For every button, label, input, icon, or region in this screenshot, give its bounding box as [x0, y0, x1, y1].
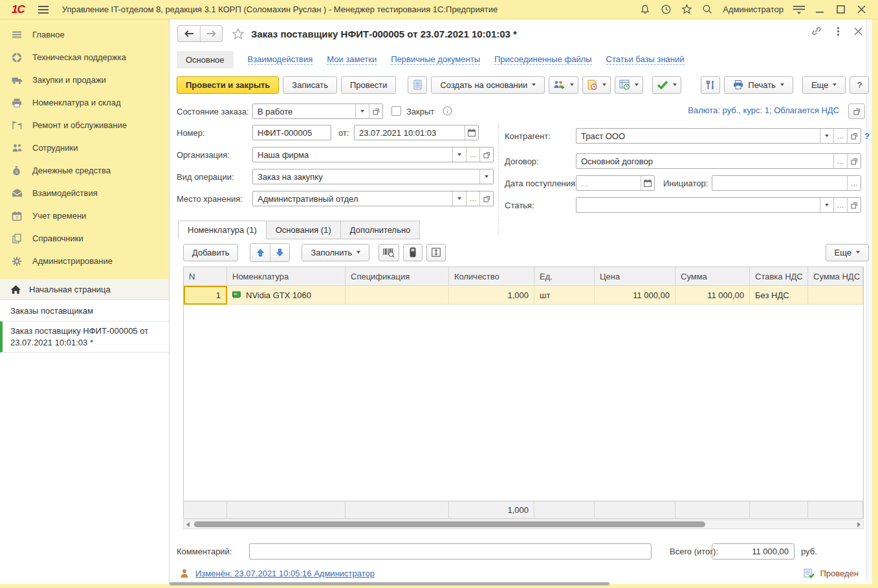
col-vat-sum[interactable]: Сумма НДС	[808, 267, 863, 286]
tab-main[interactable]: Основное	[177, 51, 234, 69]
open-button[interactable]	[479, 147, 493, 162]
close-document-icon[interactable]	[854, 27, 862, 36]
post-and-close-button[interactable]: Провести и закрыть	[177, 76, 279, 94]
current-user[interactable]: Администратор	[723, 5, 784, 14]
kebab-menu-icon[interactable]	[837, 27, 840, 36]
calendar-button[interactable]	[641, 176, 654, 190]
register-records-button[interactable]	[408, 76, 427, 94]
print-button[interactable]: Печать	[724, 76, 793, 94]
cell-n[interactable]: 1	[184, 286, 227, 305]
favorite-star-icon[interactable]	[232, 28, 245, 40]
sidebar-item-administration[interactable]: Администрирование	[0, 250, 169, 272]
cell-vat-rate[interactable]: Без НДС	[750, 286, 808, 305]
create-based-on-button[interactable]: Создать на основании	[431, 76, 545, 94]
tab-nomenclature[interactable]: Номенклатура (1)	[178, 221, 267, 239]
sidebar-item-money[interactable]: s Денежные средства	[0, 159, 169, 182]
storage-field[interactable]: Административный отдел …	[252, 191, 494, 206]
ellipsis-button[interactable]: …	[847, 176, 861, 190]
open-button[interactable]	[479, 191, 493, 206]
form-splitter[interactable]	[498, 123, 499, 234]
cell-price[interactable]: 11 000,00	[595, 286, 675, 305]
receipt-date-field[interactable]: . .	[576, 175, 655, 191]
col-n[interactable]: N	[184, 267, 227, 286]
open-button[interactable]	[847, 198, 861, 212]
add-row-button[interactable]: Добавить	[183, 244, 238, 261]
scroll-right-arrow[interactable]	[857, 522, 861, 527]
sidebar-item-time[interactable]: 7 Учет времени	[0, 204, 169, 227]
hamburger-icon[interactable]	[34, 1, 53, 18]
optype-field[interactable]: Заказ на закупку	[252, 169, 494, 184]
close-window-button[interactable]	[851, 1, 872, 18]
bell-icon[interactable]	[635, 1, 655, 18]
col-price[interactable]: Цена	[595, 267, 675, 286]
ellipsis-button[interactable]: …	[833, 198, 847, 212]
closed-checkbox[interactable]	[391, 106, 401, 116]
cell-vat-sum[interactable]	[808, 286, 863, 305]
ellipsis-button[interactable]: …	[833, 154, 847, 168]
history-icon[interactable]	[655, 1, 676, 18]
sidebar-item-references[interactable]: Справочники	[0, 227, 169, 250]
maximize-button[interactable]	[830, 1, 851, 18]
col-specification[interactable]: Спецификация	[346, 267, 449, 286]
tab-kb-articles[interactable]: Статьи базы знаний	[606, 54, 685, 65]
check-tasks-button[interactable]	[652, 76, 681, 94]
contractor-help-icon[interactable]: ?	[864, 128, 870, 144]
help-button[interactable]: ?	[850, 76, 869, 94]
ellipsis-button[interactable]: …	[466, 191, 479, 206]
planner-button[interactable]	[615, 76, 643, 94]
fill-button[interactable]: Заполнить	[302, 244, 369, 261]
open-button[interactable]	[847, 154, 861, 168]
scanner-button[interactable]	[403, 244, 423, 261]
star-icon[interactable]	[676, 1, 697, 18]
back-button[interactable]	[178, 26, 200, 41]
sidebar-item-employees[interactable]: Сотрудники	[0, 136, 169, 159]
minimize-button[interactable]	[809, 1, 830, 18]
dropdown-button[interactable]	[820, 129, 833, 143]
scroll-thumb[interactable]	[194, 521, 705, 527]
barcode-search-button[interactable]	[379, 244, 399, 261]
sidebar-item-interactions[interactable]: Взаимодействия	[0, 182, 169, 204]
org-field[interactable]: Наша фирма …	[252, 147, 494, 162]
tab-grounds[interactable]: Основания (1)	[266, 221, 341, 239]
sidebar-item-main[interactable]: Главное	[0, 23, 169, 46]
comment-input[interactable]	[249, 543, 652, 560]
col-nomenclature[interactable]: Номенклатура	[227, 267, 346, 286]
tab-notes[interactable]: Мои заметки	[327, 54, 377, 65]
cell-nomenclature[interactable]: NVidia GTX 1060	[227, 286, 346, 305]
dropdown-button[interactable]	[355, 104, 369, 118]
scroll-left-arrow[interactable]	[186, 522, 190, 527]
modified-link[interactable]: Изменён: 23.07.2021 10:05:16 Администрат…	[195, 569, 375, 578]
tools-button[interactable]	[701, 76, 720, 94]
total-field[interactable]: 11 000,00	[712, 543, 795, 560]
settings-menu-icon[interactable]	[789, 1, 809, 18]
reminder-button[interactable]	[582, 76, 611, 94]
initiator-field[interactable]: …	[712, 175, 861, 191]
calendar-button[interactable]	[465, 125, 478, 140]
grid-more-button[interactable]: Еще	[826, 244, 869, 261]
dropdown-button[interactable]	[452, 147, 466, 162]
ellipsis-button[interactable]: …	[466, 147, 479, 162]
article-field[interactable]: …	[576, 197, 861, 213]
currency-info-link[interactable]: Валюта: руб., курс: 1; Облагается НДС	[688, 105, 839, 115]
sidebar-home[interactable]: Начальная страница	[0, 279, 169, 300]
cell-sum[interactable]: 11 000,00	[675, 286, 750, 305]
number-field[interactable]: НФИТ-000005	[252, 125, 331, 140]
open-button[interactable]	[369, 104, 382, 118]
col-sum[interactable]: Сумма	[675, 267, 750, 286]
dropdown-button[interactable]	[820, 198, 833, 212]
table-empty-area[interactable]	[184, 305, 863, 501]
date-field[interactable]: 23.07.2021 10:01:03	[354, 125, 479, 140]
window-bottom-scrollbar[interactable]	[170, 582, 609, 585]
state-field[interactable]: В работе	[252, 103, 383, 119]
dropdown-button[interactable]	[452, 191, 466, 206]
link-icon[interactable]	[811, 26, 822, 36]
post-button[interactable]: Провести	[341, 76, 397, 94]
tab-primary-docs[interactable]: Первичные документы	[391, 54, 480, 65]
tab-attached-files[interactable]: Присоединенные файлы	[494, 54, 592, 65]
sidebar-item-support[interactable]: Техническая поддержка	[0, 46, 169, 69]
ellipsis-button[interactable]: …	[833, 129, 847, 143]
forward-button[interactable]	[200, 26, 222, 41]
search-icon[interactable]	[697, 1, 718, 18]
dropdown-button[interactable]	[479, 169, 493, 184]
move-down-button[interactable]	[270, 244, 289, 261]
